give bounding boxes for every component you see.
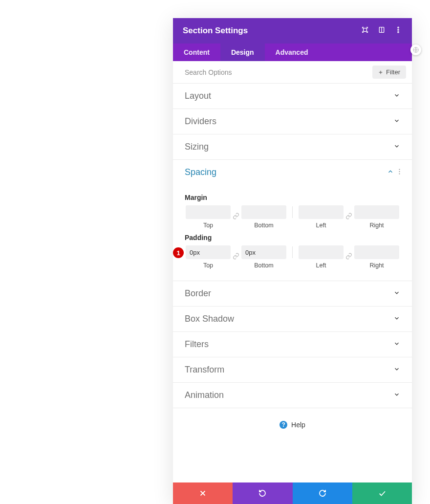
help-label: Help [291, 421, 305, 429]
section-filters[interactable]: Filters [173, 332, 412, 357]
link-icon[interactable] [233, 213, 239, 221]
tab-advanced[interactable]: Advanced [265, 44, 319, 61]
settings-panel: Section Settings Content Design Advanced… [173, 18, 412, 504]
filter-button[interactable]: Filter [372, 66, 406, 79]
section-sizing[interactable]: Sizing [173, 134, 412, 160]
filter-label: Filter [386, 68, 400, 76]
padding-label: Padding [185, 234, 400, 241]
section-animation[interactable]: Animation [173, 383, 412, 408]
svg-point-8 [399, 169, 400, 170]
annotation-step-1: 1 [173, 247, 184, 258]
tab-content[interactable]: Content [173, 44, 220, 61]
help-row[interactable]: ? Help [173, 408, 412, 482]
section-layout[interactable]: Layout [173, 84, 412, 109]
svg-point-4 [398, 29, 399, 30]
kebab-menu-icon[interactable] [399, 168, 400, 177]
margin-bottom-input[interactable] [241, 205, 286, 219]
tabs: Content Design Advanced [173, 44, 412, 61]
section-border[interactable]: Border [173, 281, 412, 307]
svg-point-3 [398, 27, 399, 28]
padding-top-input[interactable] [186, 245, 231, 259]
undo-button[interactable] [233, 482, 292, 504]
chevron-down-icon [393, 92, 400, 101]
search-bar: Filter [173, 61, 412, 84]
section-box-shadow[interactable]: Box Shadow [173, 307, 412, 332]
spacing-body: Margin Top Bottom [173, 185, 412, 281]
margin-left-input[interactable] [299, 205, 344, 219]
close-button[interactable] [173, 482, 233, 504]
padding-bottom-input[interactable] [241, 245, 286, 259]
chevron-down-icon [393, 391, 400, 400]
search-input[interactable] [185, 68, 372, 76]
responsive-preview-icon[interactable] [378, 26, 386, 36]
link-icon[interactable] [233, 253, 239, 262]
padding-left-input[interactable] [299, 245, 344, 259]
section-spacing[interactable]: Spacing [173, 160, 412, 185]
margin-top-input[interactable] [186, 205, 231, 219]
section-transform[interactable]: Transform [173, 357, 412, 383]
chevron-down-icon [393, 340, 400, 349]
link-icon[interactable] [345, 213, 352, 221]
svg-point-10 [399, 173, 400, 174]
svg-rect-0 [364, 28, 367, 32]
chevron-down-icon [393, 315, 400, 324]
save-button[interactable] [352, 482, 412, 504]
chevron-down-icon [393, 143, 400, 152]
globe-icon[interactable] [410, 44, 421, 55]
chevron-down-icon [393, 366, 400, 374]
chevron-down-icon [393, 289, 400, 298]
tab-design[interactable]: Design [220, 44, 265, 61]
section-dividers[interactable]: Dividers [173, 109, 412, 134]
chevron-up-icon [387, 168, 394, 177]
svg-point-5 [398, 31, 399, 32]
panel-footer [173, 482, 412, 504]
link-icon[interactable] [345, 253, 352, 262]
panel-header: Section Settings [173, 18, 412, 44]
svg-point-9 [399, 171, 400, 172]
help-icon: ? [280, 421, 287, 429]
margin-label: Margin [185, 194, 400, 201]
panel-title: Section Settings [183, 26, 248, 36]
margin-right-input[interactable] [354, 205, 399, 219]
redo-button[interactable] [293, 482, 352, 504]
expand-icon[interactable] [361, 26, 369, 36]
kebab-menu-icon[interactable] [394, 26, 402, 36]
chevron-down-icon [393, 117, 400, 126]
padding-right-input[interactable] [354, 245, 399, 259]
